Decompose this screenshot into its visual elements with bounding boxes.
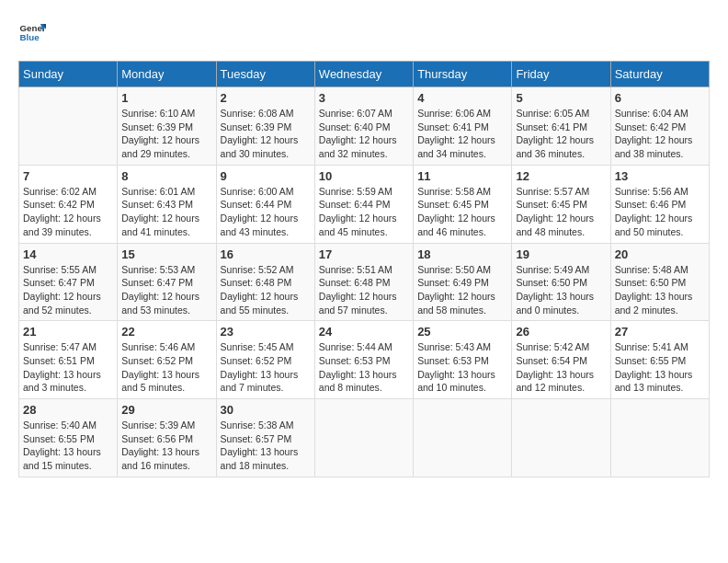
cell-info: Sunrise: 5:39 AMSunset: 6:56 PMDaylight:… [121, 419, 211, 473]
calendar-week-row: 28Sunrise: 5:40 AMSunset: 6:55 PMDayligh… [19, 399, 710, 477]
day-number: 3 [319, 91, 409, 105]
day-number: 4 [417, 91, 507, 105]
day-number: 22 [121, 325, 211, 339]
day-number: 18 [417, 247, 507, 261]
cell-info: Sunrise: 5:57 AMSunset: 6:45 PMDaylight:… [516, 185, 606, 239]
calendar-cell: 25Sunrise: 5:43 AMSunset: 6:53 PMDayligh… [414, 321, 512, 399]
cell-info: Sunrise: 5:59 AMSunset: 6:44 PMDaylight:… [319, 185, 409, 239]
calendar-week-row: 14Sunrise: 5:55 AMSunset: 6:47 PMDayligh… [19, 243, 710, 321]
cell-info: Sunrise: 5:52 AMSunset: 6:48 PMDaylight:… [221, 263, 311, 317]
cell-info: Sunrise: 5:49 AMSunset: 6:50 PMDaylight:… [516, 263, 606, 317]
day-number: 7 [23, 169, 113, 183]
cell-info: Sunrise: 6:08 AMSunset: 6:39 PMDaylight:… [221, 107, 311, 161]
cell-info: Sunrise: 5:56 AMSunset: 6:46 PMDaylight:… [615, 185, 705, 239]
calendar-cell: 11Sunrise: 5:58 AMSunset: 6:45 PMDayligh… [414, 165, 512, 243]
calendar-cell: 13Sunrise: 5:56 AMSunset: 6:46 PMDayligh… [610, 165, 709, 243]
day-number: 20 [615, 247, 705, 261]
calendar-cell: 29Sunrise: 5:39 AMSunset: 6:56 PMDayligh… [118, 399, 216, 477]
calendar-cell [512, 399, 610, 477]
day-number: 15 [121, 247, 211, 261]
calendar-cell: 8Sunrise: 6:01 AMSunset: 6:43 PMDaylight… [118, 165, 216, 243]
calendar-cell: 10Sunrise: 5:59 AMSunset: 6:44 PMDayligh… [314, 165, 413, 243]
cell-info: Sunrise: 5:48 AMSunset: 6:50 PMDaylight:… [615, 263, 705, 317]
day-number: 1 [121, 91, 211, 105]
calendar-cell: 28Sunrise: 5:40 AMSunset: 6:55 PMDayligh… [19, 399, 118, 477]
day-number: 27 [615, 325, 705, 339]
calendar-table: SundayMondayTuesdayWednesdayThursdayFrid… [18, 61, 710, 477]
day-number: 17 [319, 247, 409, 261]
cell-info: Sunrise: 5:38 AMSunset: 6:57 PMDaylight:… [221, 419, 311, 473]
calendar-cell: 3Sunrise: 6:07 AMSunset: 6:40 PMDaylight… [314, 87, 413, 166]
day-number: 8 [121, 169, 211, 183]
calendar-cell: 18Sunrise: 5:50 AMSunset: 6:49 PMDayligh… [414, 243, 512, 321]
logo-icon: General Blue [18, 18, 46, 46]
weekday-header: Sunday [19, 62, 118, 87]
cell-info: Sunrise: 5:44 AMSunset: 6:53 PMDaylight:… [319, 340, 409, 395]
calendar-cell [19, 87, 118, 166]
calendar-week-row: 7Sunrise: 6:02 AMSunset: 6:42 PMDaylight… [19, 165, 710, 243]
calendar-week-row: 21Sunrise: 5:47 AMSunset: 6:51 PMDayligh… [19, 321, 710, 399]
day-number: 29 [121, 403, 211, 417]
day-number: 24 [319, 325, 409, 339]
calendar-cell: 19Sunrise: 5:49 AMSunset: 6:50 PMDayligh… [512, 243, 610, 321]
cell-info: Sunrise: 6:02 AMSunset: 6:42 PMDaylight:… [23, 185, 113, 239]
day-number: 9 [221, 169, 311, 183]
calendar-cell: 7Sunrise: 6:02 AMSunset: 6:42 PMDaylight… [19, 165, 118, 243]
calendar-week-row: 1Sunrise: 6:10 AMSunset: 6:39 PMDaylight… [19, 87, 710, 166]
cell-info: Sunrise: 5:51 AMSunset: 6:48 PMDaylight:… [319, 263, 409, 317]
calendar-header-row: SundayMondayTuesdayWednesdayThursdayFrid… [19, 62, 710, 87]
cell-info: Sunrise: 6:05 AMSunset: 6:41 PMDaylight:… [516, 107, 606, 161]
weekday-header: Thursday [414, 62, 512, 87]
calendar-cell: 22Sunrise: 5:46 AMSunset: 6:52 PMDayligh… [118, 321, 216, 399]
day-number: 2 [221, 91, 311, 105]
day-number: 25 [417, 325, 507, 339]
calendar-cell: 27Sunrise: 5:41 AMSunset: 6:55 PMDayligh… [610, 321, 709, 399]
day-number: 23 [221, 325, 311, 339]
calendar-cell: 20Sunrise: 5:48 AMSunset: 6:50 PMDayligh… [610, 243, 709, 321]
calendar-cell: 21Sunrise: 5:47 AMSunset: 6:51 PMDayligh… [19, 321, 118, 399]
calendar-cell: 24Sunrise: 5:44 AMSunset: 6:53 PMDayligh… [314, 321, 413, 399]
calendar-cell: 2Sunrise: 6:08 AMSunset: 6:39 PMDaylight… [216, 87, 314, 166]
calendar-cell: 14Sunrise: 5:55 AMSunset: 6:47 PMDayligh… [19, 243, 118, 321]
day-number: 11 [417, 169, 507, 183]
calendar-cell [314, 399, 413, 477]
cell-info: Sunrise: 6:00 AMSunset: 6:44 PMDaylight:… [221, 185, 311, 239]
cell-info: Sunrise: 6:04 AMSunset: 6:42 PMDaylight:… [615, 107, 705, 161]
cell-info: Sunrise: 5:40 AMSunset: 6:55 PMDaylight:… [23, 419, 113, 473]
logo: General Blue [18, 18, 50, 46]
calendar-cell: 12Sunrise: 5:57 AMSunset: 6:45 PMDayligh… [512, 165, 610, 243]
day-number: 28 [23, 403, 113, 417]
cell-info: Sunrise: 5:47 AMSunset: 6:51 PMDaylight:… [23, 340, 113, 395]
page-header: General Blue [18, 18, 710, 46]
day-number: 12 [516, 169, 606, 183]
day-number: 30 [221, 403, 311, 417]
calendar-cell: 30Sunrise: 5:38 AMSunset: 6:57 PMDayligh… [216, 399, 314, 477]
cell-info: Sunrise: 5:42 AMSunset: 6:54 PMDaylight:… [516, 340, 606, 395]
day-number: 16 [221, 247, 311, 261]
cell-info: Sunrise: 6:10 AMSunset: 6:39 PMDaylight:… [121, 107, 211, 161]
calendar-cell: 9Sunrise: 6:00 AMSunset: 6:44 PMDaylight… [216, 165, 314, 243]
day-number: 14 [23, 247, 113, 261]
day-number: 21 [23, 325, 113, 339]
day-number: 13 [615, 169, 705, 183]
calendar-cell: 26Sunrise: 5:42 AMSunset: 6:54 PMDayligh… [512, 321, 610, 399]
calendar-cell: 15Sunrise: 5:53 AMSunset: 6:47 PMDayligh… [118, 243, 216, 321]
cell-info: Sunrise: 5:45 AMSunset: 6:52 PMDaylight:… [221, 340, 311, 395]
cell-info: Sunrise: 5:46 AMSunset: 6:52 PMDaylight:… [121, 340, 211, 395]
calendar-cell: 5Sunrise: 6:05 AMSunset: 6:41 PMDaylight… [512, 87, 610, 166]
cell-info: Sunrise: 6:07 AMSunset: 6:40 PMDaylight:… [319, 107, 409, 161]
calendar-cell [610, 399, 709, 477]
calendar-cell [414, 399, 512, 477]
day-number: 26 [516, 325, 606, 339]
cell-info: Sunrise: 5:41 AMSunset: 6:55 PMDaylight:… [615, 340, 705, 395]
cell-info: Sunrise: 5:50 AMSunset: 6:49 PMDaylight:… [417, 263, 507, 317]
cell-info: Sunrise: 5:58 AMSunset: 6:45 PMDaylight:… [417, 185, 507, 239]
weekday-header: Monday [118, 62, 216, 87]
weekday-header: Friday [512, 62, 610, 87]
calendar-cell: 23Sunrise: 5:45 AMSunset: 6:52 PMDayligh… [216, 321, 314, 399]
cell-info: Sunrise: 6:01 AMSunset: 6:43 PMDaylight:… [121, 185, 211, 239]
cell-info: Sunrise: 5:43 AMSunset: 6:53 PMDaylight:… [417, 340, 507, 395]
weekday-header: Wednesday [314, 62, 413, 87]
cell-info: Sunrise: 5:55 AMSunset: 6:47 PMDaylight:… [23, 263, 113, 317]
day-number: 6 [615, 91, 705, 105]
